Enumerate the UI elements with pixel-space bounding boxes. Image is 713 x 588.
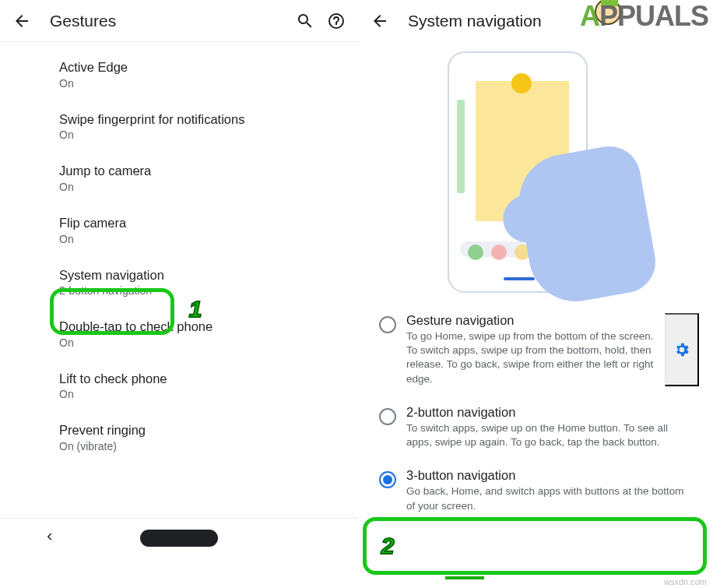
setting-sub: On (59, 129, 346, 141)
setting-sub: On (59, 77, 346, 90)
search-icon (296, 12, 314, 30)
option-desc: To switch apps, swipe up on the Home but… (406, 421, 693, 449)
setting-label: Flip camera (59, 215, 346, 231)
option-settings-button[interactable] (665, 313, 699, 386)
annotation-callout-1: 1 (184, 294, 207, 324)
nav-back-button[interactable] (42, 528, 56, 548)
source-url: wsxdn.com (664, 577, 707, 586)
setting-label: Active Edge (59, 59, 346, 76)
setting-label: System navigation (59, 267, 346, 283)
page-title: Gestures (50, 12, 290, 30)
help-icon (327, 12, 346, 30)
setting-sub: On (vibrate) (59, 440, 346, 452)
setting-sub: On (59, 336, 346, 349)
setting-label: Swipe fingerprint for notifications (59, 111, 346, 128)
setting-sub: On (59, 181, 346, 193)
watermark-rest: PPUALS (599, 0, 708, 32)
navigation-options: Gesture navigation To go Home, swipe up … (358, 299, 708, 523)
setting-flip-camera[interactable]: Flip camera On (0, 204, 358, 256)
annotation-callout-2: 2 (376, 531, 399, 561)
option-3-button-navigation[interactable]: 3-button navigation Go back, Home, and s… (358, 459, 708, 522)
gestures-screen: Gestures Active Edge On Swipe fingerprin… (0, 0, 358, 588)
option-title: 2-button navigation (406, 405, 693, 420)
option-gesture-navigation[interactable]: Gesture navigation To go Home, swipe up … (358, 304, 708, 396)
system-navigation-screen: System navigation Gesture n (358, 0, 708, 588)
help-button[interactable] (321, 5, 352, 37)
radio-unchecked-icon (379, 408, 396, 425)
option-desc: Go back, Home, and switch apps with butt… (406, 484, 693, 512)
setting-active-edge[interactable]: Active Edge On (0, 48, 358, 100)
option-2-button-navigation[interactable]: 2-button navigation To switch apps, swip… (358, 396, 708, 459)
watermark-text: APPUALS (580, 0, 708, 33)
gear-icon (673, 341, 690, 358)
setting-label: Lift to check phone (59, 371, 346, 387)
gestures-appbar: Gestures (0, 0, 358, 42)
setting-double-tap-check[interactable]: Double-tap to check phone On (0, 308, 358, 360)
setting-lift-to-check[interactable]: Lift to check phone On (0, 360, 358, 412)
back-button[interactable] (6, 5, 37, 37)
setting-label: Jump to camera (59, 163, 346, 179)
setting-sub: On (59, 388, 346, 400)
arrow-back-icon (371, 12, 389, 30)
nav-home-pill[interactable] (140, 530, 218, 547)
arrow-back-icon (12, 12, 31, 30)
watermark-prefix: A (580, 0, 599, 32)
option-title: Gesture navigation (406, 313, 659, 328)
search-button[interactable] (290, 5, 321, 37)
back-button[interactable] (364, 5, 395, 37)
two-button-navbar (0, 518, 358, 557)
setting-system-navigation[interactable]: System navigation 2-button navigation (0, 256, 358, 308)
illustration (358, 42, 708, 299)
annotation-underline (445, 576, 484, 579)
option-desc: To go Home, swipe up from the bottom of … (406, 329, 659, 386)
radio-checked-icon (379, 471, 396, 488)
radio-unchecked-icon (379, 316, 396, 333)
setting-prevent-ringing[interactable]: Prevent ringing On (vibrate) (0, 411, 358, 463)
chevron-left-icon (42, 530, 56, 544)
setting-jump-to-camera[interactable]: Jump to camera On (0, 152, 358, 204)
setting-swipe-fingerprint[interactable]: Swipe fingerprint for notifications On (0, 100, 358, 153)
setting-label: Prevent ringing (59, 422, 346, 438)
gestures-list: Active Edge On Swipe fingerprint for not… (0, 42, 358, 463)
setting-sub: On (59, 233, 346, 245)
option-title: 3-button navigation (406, 468, 693, 483)
